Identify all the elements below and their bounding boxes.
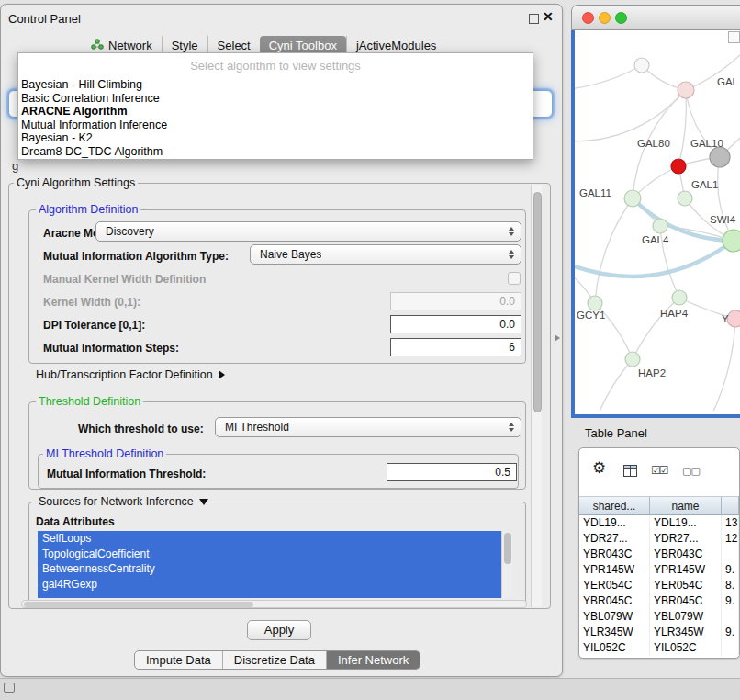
list-vertical-scrollbar[interactable] (501, 531, 512, 598)
apply-button[interactable]: Apply (247, 620, 311, 640)
table-row[interactable]: YDR27...YDR27...12 (579, 531, 739, 547)
table-row[interactable]: YBR045CYBR045C9. (579, 593, 739, 609)
tab-impute-data[interactable]: Impute Data (135, 651, 222, 669)
network-view-window: GALGAL80GAL10GAL11GAL1SWI4GAL4GCY1HAP4YH… (571, 5, 740, 418)
network-node[interactable] (624, 190, 641, 207)
network-edge[interactable] (599, 359, 633, 411)
table-cell: YER054C (579, 578, 650, 593)
scrollbar-corner-button[interactable] (728, 31, 740, 43)
settings-vertical-scrollbar[interactable] (531, 185, 542, 607)
table-cell (722, 640, 739, 656)
aracne-mode-combo[interactable]: Discovery (95, 221, 521, 242)
attribute-item[interactable] (38, 592, 501, 598)
tab-label: Network (108, 39, 152, 52)
network-edge[interactable] (575, 90, 686, 141)
network-edge[interactable] (678, 90, 687, 166)
scrollbar-thumb[interactable] (504, 533, 511, 564)
network-node[interactable] (672, 290, 687, 305)
dpi-tolerance-field[interactable]: 0.0 (390, 315, 521, 333)
dropdown-item[interactable]: Mutual Information Inference (18, 119, 533, 132)
kernel-width-field[interactable]: 0.0 (390, 292, 521, 310)
algorithm-dropdown: Select algorithm to view settings Bayesi… (17, 52, 533, 160)
disclosure-down-icon[interactable] (199, 499, 208, 505)
network-edge[interactable] (595, 198, 633, 303)
zoom-traffic-light[interactable] (615, 12, 627, 24)
table-cell: 9. (722, 625, 739, 640)
attribute-item[interactable]: TopologicalCoefficient (38, 547, 501, 562)
table-row[interactable]: YIL052CYIL052C (579, 640, 739, 656)
disclosure-right-icon[interactable] (219, 370, 225, 379)
network-node[interactable] (653, 219, 667, 233)
table-row[interactable]: YLR345WYLR345W9. (579, 625, 739, 640)
attribute-item[interactable]: SelfLoops (38, 531, 501, 547)
manual-kernel-width-checkbox[interactable] (508, 272, 521, 285)
splitter-collapse-arrow[interactable] (555, 334, 560, 342)
tab-label: jActiveModules (356, 39, 436, 52)
close-icon[interactable]: ✕ (543, 9, 554, 24)
dropdown-item[interactable]: Bayesian - K2 (18, 131, 533, 145)
gear-icon[interactable]: ⚙ (592, 458, 606, 478)
column-header-name[interactable]: name (650, 496, 722, 515)
hub-definition-disclosure[interactable]: Hub/Transcription Factor Definition (36, 368, 225, 381)
deselect-all-checkboxes-icon[interactable]: ▢▢ (682, 465, 700, 477)
column-header-shared-name[interactable]: shared... (579, 496, 650, 515)
network-edge[interactable] (575, 241, 734, 277)
tab-discretize-data[interactable]: Discretize Data (222, 651, 326, 669)
table-cell: YLR345W (650, 625, 722, 640)
network-node[interactable] (678, 191, 692, 206)
table-cell: YER054C (650, 578, 722, 593)
window-bottom-bar (0, 678, 740, 700)
mi-threshold-field[interactable]: 0.5 (387, 463, 517, 481)
scrollbar-thumb[interactable] (533, 192, 542, 412)
minimize-traffic-light[interactable] (599, 12, 611, 24)
dropdown-placeholder: Select algorithm to view settings (18, 53, 533, 78)
float-window-icon[interactable] (529, 14, 539, 24)
table-row[interactable]: YBL079WYBL079W (579, 609, 739, 625)
obscured-text-fragment: g (12, 159, 18, 173)
data-attributes-label: Data Attributes (36, 515, 115, 528)
node-label: GCY1 (577, 310, 605, 321)
mi-algorithm-type-label: Mutual Information Algorithm Type: (43, 250, 229, 263)
sources-disclosure[interactable]: Sources for Network Inference (36, 495, 211, 508)
table-row[interactable]: YPR145WYPR145W9. (579, 562, 739, 578)
panel-dock-icon[interactable] (4, 683, 15, 693)
attribute-item[interactable]: gal4RGexp (38, 577, 501, 593)
table-cell: YDL19... (579, 515, 650, 531)
control-panel-title: Control Panel (8, 12, 81, 26)
network-edge[interactable] (712, 319, 735, 411)
dropdown-item[interactable]: Basic Correlation Inference (18, 92, 533, 106)
close-traffic-light[interactable] (582, 12, 594, 24)
network-edge[interactable] (718, 157, 734, 241)
network-edge[interactable] (575, 65, 642, 89)
network-node[interactable] (625, 352, 640, 367)
network-node[interactable] (710, 147, 730, 167)
table-cell: YDR27... (650, 531, 722, 547)
network-node[interactable] (723, 230, 740, 252)
table-row[interactable]: YDL19...YDL19...13 (579, 515, 739, 531)
network-node[interactable] (678, 82, 694, 98)
table-row[interactable]: YER054CYER054C8. (579, 578, 739, 593)
table-row[interactable]: YBR043CYBR043C (579, 547, 739, 562)
select-all-checkboxes-icon[interactable]: ☑☑ (651, 464, 667, 477)
tab-label: Style (172, 39, 198, 52)
settings-horizontal-scrollbar[interactable] (21, 600, 527, 608)
which-threshold-combo[interactable]: MI Threshold (215, 417, 521, 437)
tab-infer-network[interactable]: Infer Network (326, 651, 420, 669)
dropdown-item[interactable]: ARACNE Algorithm (18, 105, 533, 119)
stepper-arrows-icon (509, 423, 514, 432)
scrollbar-thumb[interactable] (24, 602, 253, 607)
network-node[interactable] (727, 310, 740, 327)
network-node[interactable] (634, 58, 649, 73)
mi-algorithm-type-combo[interactable]: Naive Bayes (250, 244, 521, 265)
dropdown-item[interactable]: Dream8 DC_TDC Algorithm (18, 145, 533, 159)
columns-icon[interactable] (623, 464, 637, 480)
bottom-tabs: Impute Data Discretize Data Infer Networ… (134, 650, 420, 670)
dropdown-item[interactable]: Bayesian - Hill Climbing (18, 78, 533, 92)
network-node[interactable] (588, 296, 602, 310)
network-window-titlebar[interactable] (571, 5, 740, 30)
column-header-extra[interactable] (722, 496, 739, 515)
network-canvas[interactable]: GALGAL80GAL10GAL11GAL1SWI4GAL4GCY1HAP4YH… (571, 30, 740, 418)
network-node[interactable] (671, 159, 686, 174)
attribute-item[interactable]: BetweennessCentrality (38, 561, 501, 577)
mi-steps-field[interactable]: 6 (390, 338, 521, 356)
